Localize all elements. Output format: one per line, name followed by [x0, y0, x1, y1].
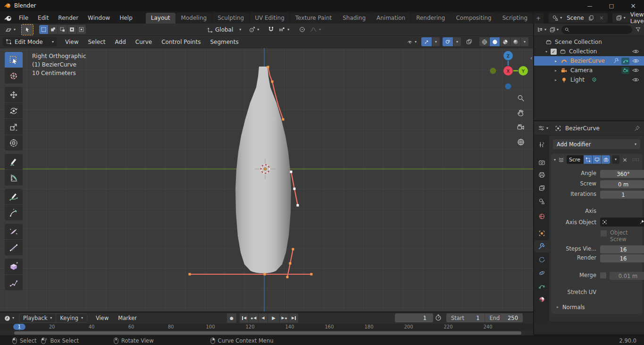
tab-modifiers[interactable]: [534, 240, 549, 252]
display-realtime-toggle[interactable]: [593, 155, 601, 164]
tool-randomize[interactable]: [5, 275, 23, 290]
horizontal-scrollbar[interactable]: [14, 331, 521, 335]
workspace-tab-sculpting[interactable]: Sculpting: [212, 13, 249, 24]
expand-icon[interactable]: ▸: [555, 59, 557, 63]
workspace-tab-modeling[interactable]: Modeling: [176, 13, 212, 24]
tab-particles[interactable]: [534, 253, 549, 266]
xray-toggle[interactable]: [464, 37, 475, 47]
scene-name[interactable]: Scene: [564, 15, 587, 21]
breadcrumb[interactable]: BezierCurve: [565, 125, 600, 132]
proportional-editing-icon[interactable]: [297, 25, 308, 34]
visibility-eye-icon[interactable]: [632, 77, 639, 83]
tool-transform[interactable]: [5, 135, 23, 151]
outliner-row-beziercurve[interactable]: ▸ BezierCurve: [534, 56, 644, 66]
overlays-dropdown[interactable]: ▾: [453, 37, 461, 46]
timeline-marker-menu[interactable]: Marker: [113, 315, 142, 321]
shading-material[interactable]: [500, 37, 510, 46]
iterations-input[interactable]: 1: [600, 191, 644, 199]
shading-dropdown[interactable]: ▾: [521, 37, 528, 46]
tool-extrude[interactable]: [5, 259, 23, 274]
scene-selector[interactable]: ▾ Scene ×: [549, 13, 608, 23]
tool-annotate[interactable]: [5, 154, 23, 169]
viewport-3d[interactable]: Z X Y Right Orthographic (1) BezierCurve…: [0, 48, 533, 311]
add-workspace-button[interactable]: +: [533, 13, 544, 24]
copy-scene-icon[interactable]: [587, 14, 595, 22]
shading-rendered[interactable]: [510, 37, 520, 46]
tab-scene[interactable]: [534, 195, 549, 207]
jump-to-start-button[interactable]: ◀: [240, 313, 249, 323]
outliner-filter-mode[interactable]: ▾: [549, 26, 559, 33]
pivot-point-dropdown[interactable]: ▾: [247, 25, 261, 34]
gizmos-toggle[interactable]: [421, 37, 432, 46]
menu-view[interactable]: View: [60, 39, 83, 45]
outliner-search-input[interactable]: [561, 25, 632, 34]
shading-wireframe[interactable]: [479, 37, 489, 46]
modifier-wrench-icon[interactable]: [613, 58, 619, 64]
visibility-eye-icon[interactable]: [632, 67, 639, 73]
eyedropper-icon[interactable]: [639, 219, 644, 225]
menu-segments[interactable]: Segments: [205, 39, 243, 45]
use-preview-range-icon[interactable]: [435, 314, 442, 321]
steps-viewport-input[interactable]: 16: [600, 245, 644, 253]
select-mode-extend[interactable]: [49, 25, 58, 34]
tool-curve-pen[interactable]: [5, 205, 23, 220]
expand-icon[interactable]: ▸: [555, 78, 557, 82]
menu-control-points[interactable]: Control Points: [157, 39, 205, 45]
ortho-grid-icon[interactable]: [515, 136, 527, 148]
tool-select-box[interactable]: [5, 52, 23, 67]
view-layer-name[interactable]: View Layer: [627, 11, 644, 25]
outliner-filter-icon[interactable]: [635, 26, 641, 33]
collection-checkbox[interactable]: ✓: [551, 49, 557, 55]
menu-add[interactable]: Add: [110, 39, 131, 45]
view-layer-selector[interactable]: ▾ View Layer ×: [612, 13, 644, 23]
snap-with-dropdown[interactable]: ▾: [276, 25, 291, 34]
current-frame-input[interactable]: 1: [395, 313, 433, 322]
merge-checkbox[interactable]: [600, 272, 606, 278]
outliner-row-scene-collection[interactable]: Scene Collection: [534, 37, 644, 47]
snap-toggle-icon[interactable]: [266, 25, 276, 34]
merge-threshold-input[interactable]: 0.01 m: [610, 272, 644, 280]
gizmo-neg-z-axis[interactable]: [505, 84, 511, 90]
menu-select[interactable]: Select: [83, 39, 110, 45]
drag-handle-icon[interactable]: ∷∷: [632, 157, 639, 162]
workspace-tab-animation[interactable]: Animation: [371, 13, 410, 24]
tool-tilt[interactable]: [5, 224, 23, 239]
tool-draw[interactable]: [5, 189, 23, 204]
tool-scale[interactable]: [5, 119, 23, 135]
screw-input[interactable]: 0 m: [600, 180, 644, 188]
select-mode-set[interactable]: [39, 25, 48, 34]
workspace-tab-rendering[interactable]: Rendering: [411, 13, 450, 24]
tab-tool[interactable]: [534, 138, 549, 151]
view-layer-browse-icon[interactable]: ▾: [612, 15, 627, 21]
outliner-row-collection[interactable]: ▾ ✓ Collection: [534, 47, 644, 56]
tab-object[interactable]: [534, 227, 549, 239]
start-frame-input[interactable]: Start1: [446, 313, 485, 322]
select-mode-subtract[interactable]: [58, 25, 67, 34]
workspace-tab-scripting[interactable]: Scripting: [497, 13, 533, 24]
outliner-display-mode[interactable]: ▾: [537, 26, 546, 33]
menu-render[interactable]: Render: [53, 13, 83, 23]
keying-menu[interactable]: Keying▾: [56, 315, 87, 321]
menu-file[interactable]: File: [14, 13, 33, 23]
minimize-button[interactable]: —: [579, 0, 601, 11]
delete-scene-icon[interactable]: ×: [595, 15, 608, 21]
play-button[interactable]: ▶: [268, 313, 279, 323]
timeline-ruler[interactable]: 20 40 60 80 100 120 140 160 180 200 220 …: [0, 324, 533, 330]
gizmos-dropdown[interactable]: ▾: [432, 37, 440, 46]
light-data-icon[interactable]: [591, 77, 597, 83]
object-screw-checkbox[interactable]: [600, 230, 607, 237]
prev-keyframe-button[interactable]: ◆◀: [249, 313, 258, 323]
add-modifier-dropdown[interactable]: Add Modifier ▾: [553, 139, 640, 149]
next-keyframe-button[interactable]: ▶◆: [280, 313, 289, 323]
visibility-eye-icon[interactable]: [632, 58, 639, 64]
playhead[interactable]: 1: [13, 324, 25, 330]
collapse-icon[interactable]: ▾: [554, 158, 556, 162]
active-tool-icon[interactable]: [21, 24, 33, 35]
tab-physics[interactable]: [534, 267, 549, 279]
curve-handle-points[interactable]: [290, 171, 299, 207]
modifier-extras-dropdown[interactable]: ▾: [612, 155, 619, 164]
tool-cursor[interactable]: [5, 68, 23, 84]
modifier-name-field[interactable]: Scre: [567, 155, 584, 164]
shading-solid[interactable]: [490, 37, 500, 46]
tool-measure[interactable]: [5, 170, 23, 185]
